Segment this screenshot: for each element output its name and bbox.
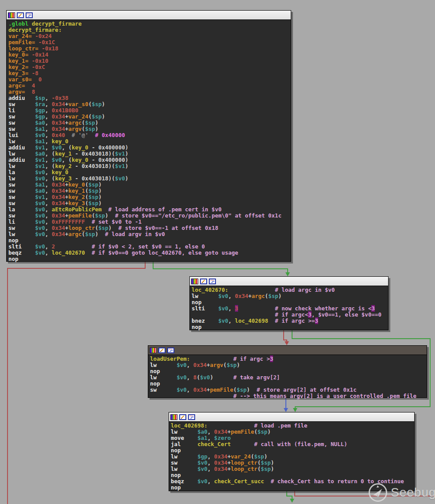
- edge-argc-true: [430, 338, 431, 407]
- code-line: argv= 8: [8, 89, 291, 95]
- code-line: bnez $v0, loc_402698 # if argc >=3: [192, 318, 388, 324]
- seebug-watermark-text: Seebug: [391, 485, 435, 500]
- code-line: sw $a1, 0x34+key_0($sp): [8, 182, 291, 188]
- edge-argc-false: [283, 330, 284, 340]
- code-line: slti $v0, 3 # now check whether argc is …: [192, 305, 388, 312]
- code-line: var_24= -0x24: [8, 33, 291, 39]
- code-line: nop: [8, 237, 291, 244]
- code-listing: loadUserPem: # if argc >3lw $v0, 0x34+ar…: [148, 355, 427, 399]
- code-line: sw $ra, 0x34+var_s0($sp): [8, 101, 291, 107]
- edit-node-icon[interactable]: [200, 279, 207, 284]
- code-line: sw $v0, 0x34+loop_ctr($sp): [171, 460, 414, 466]
- block-title-bar[interactable]: [190, 277, 388, 286]
- basic-block-loc-402698[interactable]: loc_402698: # load .pem filelw $a0, 0x34…: [169, 412, 415, 491]
- code-line: la $v0, aEtcRoPublicPem # load address o…: [8, 206, 291, 213]
- code-line: li $gp, 0x41B0B0: [8, 107, 291, 114]
- code-line: argc= 4: [8, 83, 291, 89]
- code-line: nop: [171, 472, 414, 478]
- code-line: var_s0= 0: [8, 76, 291, 83]
- code-line: lw $v1, (key_2 - 0x403018)($v1): [8, 163, 291, 169]
- code-line: lw $v0, 0x34+loop_ctr($sp): [171, 466, 414, 472]
- code-listing: loc_402670: # load argc in $v0lw $v0, 0x…: [190, 286, 388, 330]
- code-line: nop: [192, 324, 388, 330]
- code-listing: .globl decrypt_firmaredecrypt_firmare:va…: [7, 20, 291, 262]
- code-line: key_1= -0x10: [8, 58, 291, 64]
- edge-checkcert-true-arrow: [290, 499, 294, 503]
- code-line: lw $a1, key_0: [8, 138, 291, 145]
- code-line: loadUserPem: # if argc >3: [150, 356, 427, 362]
- code-line: beqz $v0, loc_402670 # if $v0==0 goto lo…: [8, 250, 291, 256]
- code-line: lw $a0, 0x34+pemFile($sp): [171, 429, 414, 435]
- graph-overview-icon[interactable]: [167, 347, 174, 353]
- edge-loaduserpem-fallthrough-arrow: [284, 408, 288, 412]
- code-listing: loc_402698: # load .pem filelw $a0, 0x34…: [169, 422, 414, 491]
- code-line: # if argc<3, $v0==1, else $v0==0: [192, 312, 388, 318]
- edge-argc-false-arrow: [285, 341, 289, 345]
- edge-loaduserpem-fallthrough: [285, 398, 286, 409]
- edge-argc-true: [292, 330, 293, 339]
- code-line: key_2= -0xC: [8, 64, 291, 70]
- edge-entry-true: [153, 268, 288, 269]
- seebug-watermark: Seebug: [369, 483, 435, 502]
- block-title-bar-selected[interactable]: [148, 346, 427, 355]
- node-color-icon[interactable]: [8, 12, 15, 18]
- code-line: lw $v0, (key_3 - 0x403018)($v0): [8, 176, 291, 182]
- code-line: addiu $v1, $v0, (key_0 - 0x400000): [8, 157, 291, 163]
- block-title-bar[interactable]: [7, 11, 291, 20]
- edge-entry-true-arrow: [285, 272, 290, 276]
- code-line: addiu $sp, -0x38: [8, 95, 291, 101]
- code-line: sw $a1, 0x34+argv($sp): [8, 126, 291, 132]
- basic-block-decrypt-firmware[interactable]: .globl decrypt_firmaredecrypt_firmare:va…: [6, 10, 291, 262]
- graph-overview-icon[interactable]: [209, 279, 216, 284]
- code-line: sw $v0, 0x34+loop_ctr($sp) # store $v0==…: [8, 225, 291, 231]
- code-line: loc_402670: # load argc in $v0: [192, 287, 388, 293]
- code-line: nop: [150, 381, 427, 387]
- code-line: slti $v0, 2 # if $v0 < 2, set $v0 == 1, …: [8, 244, 291, 250]
- code-line: sw $v1, 0x34+key_2($sp): [8, 194, 291, 200]
- edge-argc-true: [292, 338, 431, 339]
- basic-block-loaduserpem[interactable]: loadUserPem: # if argc >3lw $v0, 0x34+ar…: [148, 345, 427, 398]
- node-color-icon[interactable]: [150, 347, 157, 353]
- code-line: loc_402698: # load .pem file: [171, 423, 414, 429]
- code-line: decrypt_firmare:: [8, 27, 291, 33]
- code-line: .globl decrypt_firmare: [8, 21, 291, 27]
- edit-node-icon[interactable]: [179, 414, 186, 420]
- basic-block-loc-402670[interactable]: loc_402670: # load argc in $v0lw $v0, 0x…: [189, 276, 389, 330]
- code-line: sw $a0, 0x34+argc($sp): [8, 120, 291, 126]
- edge-argc-true: [295, 406, 431, 407]
- code-line: addiu $v1, $v0, (key_0 - 0x400000): [8, 145, 291, 151]
- code-line: lw $v0, 0x34+argc($sp): [192, 293, 388, 299]
- node-color-icon[interactable]: [191, 279, 198, 284]
- code-line: move $a1, $zero: [171, 435, 414, 441]
- edge-entry-false: [7, 268, 146, 269]
- code-line: nop: [150, 368, 427, 374]
- code-line: loop_ctr= -0x18: [8, 46, 291, 52]
- code-line: nop: [8, 256, 291, 262]
- block-title-bar[interactable]: [169, 412, 414, 422]
- edit-node-icon[interactable]: [17, 12, 24, 18]
- code-line: # --> this means argv[2] is a user contr…: [150, 393, 427, 399]
- edge-entry-false: [7, 268, 8, 504]
- code-line: jal check_Cert # call with (file.pem, NU…: [171, 441, 414, 447]
- seebug-logo-icon: [369, 483, 387, 502]
- code-line: lui $v0, 0x40 # '@' # 0x40000: [8, 132, 291, 138]
- code-line: nop: [171, 447, 414, 454]
- code-line: lw $a0, (key_1 - 0x403018)($v1): [8, 151, 291, 157]
- node-color-icon[interactable]: [170, 414, 177, 420]
- code-line: nop: [192, 299, 388, 305]
- edit-node-icon[interactable]: [158, 347, 166, 353]
- code-line: lw $v0, 8($v0) # take argv[2]: [150, 374, 427, 381]
- code-line: sw $v0, 0x34+key_3($sp): [8, 200, 291, 206]
- code-line: lw $v0, 0x34+argv($sp): [150, 362, 427, 368]
- code-line: pemFile= -0x1C: [8, 39, 291, 46]
- code-line: sw $v0, 0x34+pemFile($sp) # store argv[2…: [150, 387, 427, 393]
- graph-overview-icon[interactable]: [188, 414, 195, 420]
- ida-graph-view: { "colors": { "canvas_bg": "#a9a9a9", "b…: [0, 0, 435, 504]
- graph-overview-icon[interactable]: [26, 12, 33, 18]
- code-line: key_3= -8: [8, 70, 291, 76]
- code-line: sw $a0, 0x34+key_1($sp): [8, 188, 291, 194]
- code-line: sw $v0, 0x34+pemFile($sp) # store $v0=="…: [8, 213, 291, 219]
- code-line: la $v0, key_0: [8, 169, 291, 176]
- code-line: key_0= -0x14: [8, 52, 291, 58]
- code-line: li $v0, 0xFFFFFFFF # set $v0 to -1: [8, 219, 291, 225]
